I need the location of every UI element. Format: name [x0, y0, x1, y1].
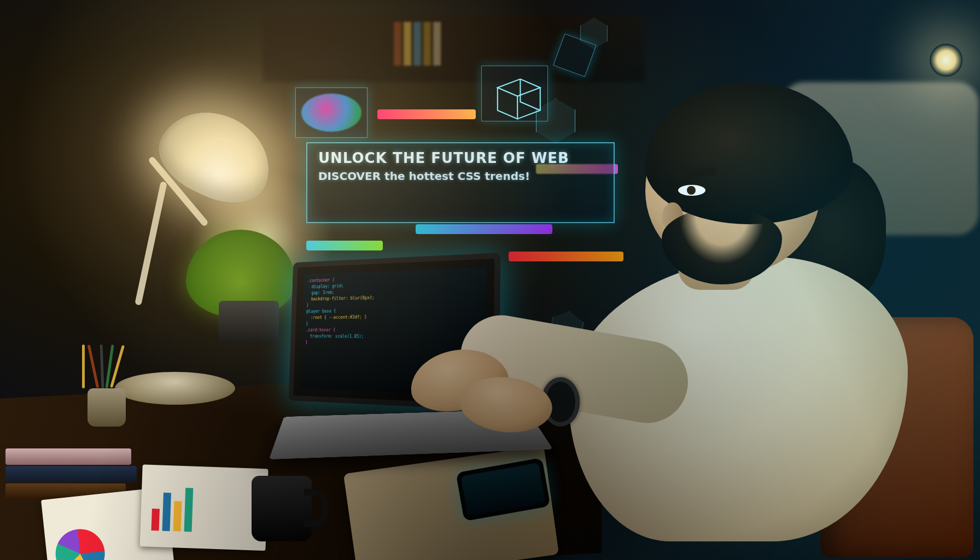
lighting-vignette: [0, 0, 980, 560]
illustration-scene: .container { display: grid; gap: 1rem; b…: [0, 0, 980, 560]
